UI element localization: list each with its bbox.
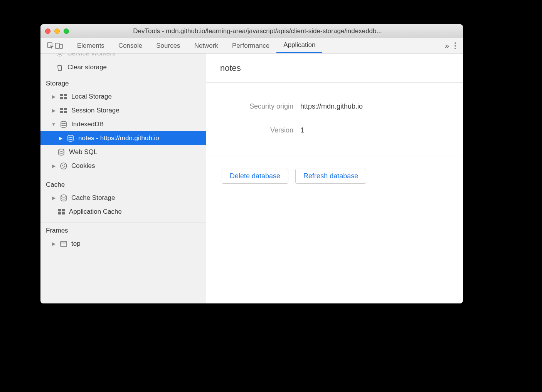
titlebar: DevTools - mdn.github.io/learning-area/j… [40,24,463,38]
devtools-window: DevTools - mdn.github.io/learning-area/j… [40,24,463,303]
refresh-database-button[interactable]: Refresh database [295,169,366,184]
sidebar-item-label: Cookies [71,162,95,170]
section-frames: Frames [40,223,206,237]
sidebar-item-label: notes - https://mdn.github.io [78,134,159,142]
expand-icon: ▶ [51,195,56,201]
tab-console[interactable]: Console [111,38,149,53]
sidebar-item-cookies[interactable]: ▶ Cookies [40,159,206,173]
svg-point-15 [61,163,67,169]
sidebar-item-service-workers[interactable]: Service Workers [40,54,206,60]
expand-icon: ▶ [51,94,56,99]
sidebar-item-web-sql[interactable]: Web SQL [40,145,206,159]
sidebar-item-session-storage[interactable]: ▶ Session Storage [40,104,206,117]
svg-rect-6 [60,97,63,99]
sidebar-item-application-cache[interactable]: Application Cache [40,205,206,219]
sidebar-item-db-notes[interactable]: ▶ notes - https://mdn.github.io [40,131,206,145]
svg-rect-21 [58,209,61,211]
tab-sources[interactable]: Sources [149,38,187,53]
collapse-icon: ▼ [51,122,56,127]
section-cache: Cache [40,177,206,191]
detail-value: https://mdn.github.io [300,102,363,111]
tabbar-right: » [441,38,460,53]
svg-point-20 [61,195,66,197]
svg-point-12 [61,121,66,124]
grid-icon [60,93,67,101]
sidebar-item-label: Local Storage [71,93,112,101]
detail-version: Version 1 [206,118,463,142]
sidebar: Service Workers Clear storage Storage ▶ … [40,54,206,303]
svg-rect-10 [60,111,63,113]
sidebar-item-label: Session Storage [71,107,120,114]
svg-point-19 [64,166,66,168]
sidebar-item-indexeddb[interactable]: ▼ IndexedDB [40,117,206,131]
settings-menu-icon[interactable] [454,42,456,49]
database-title: notes [206,54,463,83]
sidebar-item-label: Service Workers [67,54,115,57]
detail-value: 1 [300,126,304,134]
grid-icon [60,107,67,114]
sidebar-item-label: Clear storage [67,64,107,71]
delete-database-button[interactable]: Delete database [222,169,288,184]
section-storage: Storage [40,76,206,90]
svg-rect-8 [60,108,63,110]
detail-label: Security origin [206,102,300,111]
svg-rect-7 [64,97,67,99]
svg-rect-24 [62,212,65,214]
database-actions: Delete database Refresh database [206,156,463,196]
svg-point-14 [59,149,64,151]
svg-point-3 [59,54,61,55]
svg-rect-9 [64,108,67,110]
sidebar-item-label: Web SQL [69,148,97,156]
svg-rect-25 [61,241,67,246]
sidebar-item-label: Cache Storage [71,194,115,202]
sidebar-item-local-storage[interactable]: ▶ Local Storage [40,90,206,104]
content: Service Workers Clear storage Storage ▶ … [40,54,463,303]
svg-point-17 [64,164,65,166]
detail-label: Version [206,126,300,134]
sidebar-item-label: Application Cache [69,208,122,216]
svg-rect-11 [64,111,67,113]
svg-rect-22 [62,209,65,211]
device-toolbar-icon[interactable] [55,42,63,50]
tab-application[interactable]: Application [276,38,322,53]
overflow-tabs-icon[interactable]: » [445,41,449,50]
window-title: DevTools - mdn.github.io/learning-area/j… [57,27,458,35]
svg-point-18 [63,167,64,168]
sidebar-item-clear-storage[interactable]: Clear storage [40,60,206,74]
detail-security-origin: Security origin https://mdn.github.io [206,94,463,118]
svg-point-16 [62,165,63,166]
sidebar-item-cache-storage[interactable]: ▶ Cache Storage [40,191,206,205]
inspect-element-icon[interactable] [47,42,54,50]
svg-rect-2 [60,44,62,49]
tab-performance[interactable]: Performance [225,38,276,53]
expand-icon: ▶ [58,136,63,141]
svg-rect-1 [56,43,59,49]
svg-rect-5 [64,94,67,96]
cookie-icon [60,162,67,170]
tabs: Elements Console Sources Network Perform… [70,38,441,53]
sidebar-item-label: top [71,240,81,248]
main-panel: notes Security origin https://mdn.github… [206,54,463,303]
trash-icon [56,64,64,71]
database-icon [57,148,65,156]
sidebar-item-label: IndexedDB [71,121,104,128]
database-icon [67,134,74,142]
expand-icon: ▶ [51,163,56,169]
database-icon [60,194,67,202]
toolbar-left [44,38,66,53]
gear-icon [56,54,64,57]
close-button[interactable] [45,28,50,34]
database-icon [60,121,67,128]
svg-point-13 [68,135,73,137]
expand-icon: ▶ [51,241,56,246]
database-details: Security origin https://mdn.github.io Ve… [206,83,463,156]
svg-rect-23 [58,212,61,214]
svg-rect-4 [60,94,63,96]
grid-icon [57,208,65,216]
tab-network[interactable]: Network [187,38,225,53]
frame-icon [60,240,67,248]
sidebar-item-top-frame[interactable]: ▶ top [40,237,206,251]
devtools-tabbar: Elements Console Sources Network Perform… [40,38,463,54]
expand-icon: ▶ [51,108,56,113]
tab-elements[interactable]: Elements [70,38,111,53]
